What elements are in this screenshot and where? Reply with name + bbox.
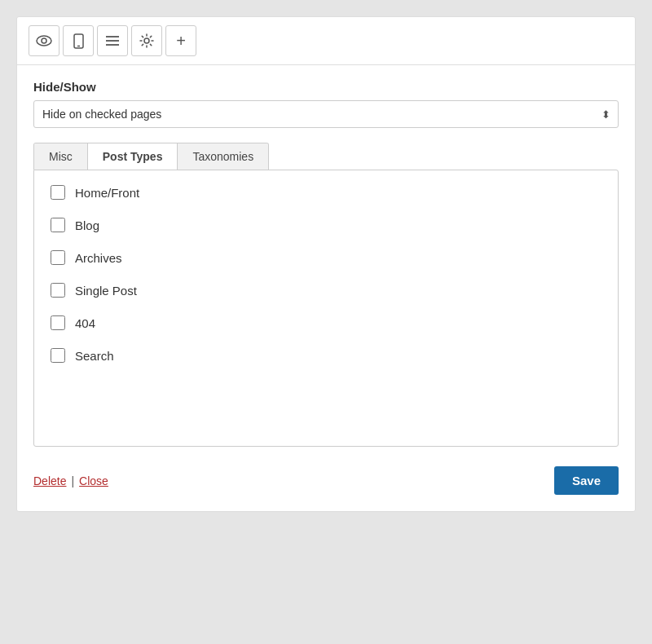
checkbox-item-archives: Archives bbox=[51, 250, 601, 265]
checkbox-label-single-post[interactable]: Single Post bbox=[75, 284, 137, 298]
checkbox-item-blog: Blog bbox=[51, 218, 601, 232]
mobile-icon bbox=[73, 33, 84, 49]
footer: Delete | Close Save bbox=[17, 455, 635, 495]
tab-panel: Home/Front Blog Archives Single Post 404… bbox=[33, 170, 619, 447]
list-button[interactable] bbox=[97, 25, 128, 56]
checkbox-label-blog[interactable]: Blog bbox=[75, 218, 99, 232]
checkbox-label-404[interactable]: 404 bbox=[75, 316, 95, 330]
checkbox-home-front[interactable] bbox=[51, 185, 65, 200]
svg-point-1 bbox=[42, 38, 46, 43]
checkbox-item-single-post: Single Post bbox=[51, 283, 601, 298]
svg-point-0 bbox=[37, 36, 51, 46]
gear-icon bbox=[139, 33, 154, 48]
checkbox-single-post[interactable] bbox=[51, 283, 65, 298]
plus-icon: + bbox=[176, 33, 186, 49]
widget-card: + Hide/Show Hide on checked pages Show o… bbox=[16, 16, 636, 512]
tab-bar: Misc Post Types Taxonomies bbox=[33, 143, 269, 170]
checkbox-404[interactable] bbox=[51, 315, 65, 330]
checkbox-item-home-front: Home/Front bbox=[51, 185, 601, 200]
checkbox-archives[interactable] bbox=[51, 250, 65, 265]
svg-point-7 bbox=[144, 38, 149, 43]
checkbox-label-search[interactable]: Search bbox=[75, 349, 114, 363]
checkbox-search[interactable] bbox=[51, 348, 65, 363]
checkbox-label-archives[interactable]: Archives bbox=[75, 251, 122, 265]
eye-icon bbox=[36, 35, 52, 46]
tab-taxonomies[interactable]: Taxonomies bbox=[178, 143, 268, 170]
mobile-button[interactable] bbox=[63, 25, 94, 56]
checkbox-item-404: 404 bbox=[51, 315, 601, 330]
hide-show-select-wrapper: Hide on checked pages Show on checked pa… bbox=[33, 100, 619, 128]
checkbox-blog[interactable] bbox=[51, 218, 65, 232]
list-icon bbox=[105, 35, 120, 46]
hide-show-select[interactable]: Hide on checked pages Show on checked pa… bbox=[33, 100, 619, 128]
footer-links: Delete | Close bbox=[33, 474, 108, 487]
separator: | bbox=[71, 474, 74, 487]
tab-post-types[interactable]: Post Types bbox=[88, 143, 178, 170]
delete-link[interactable]: Delete bbox=[33, 474, 66, 487]
plus-button[interactable]: + bbox=[165, 25, 196, 56]
save-button[interactable]: Save bbox=[554, 466, 619, 495]
hide-show-label: Hide/Show bbox=[33, 80, 619, 94]
checkbox-label-home-front[interactable]: Home/Front bbox=[75, 186, 139, 200]
tab-misc[interactable]: Misc bbox=[34, 143, 88, 170]
checkbox-item-search: Search bbox=[51, 348, 601, 363]
gear-button[interactable] bbox=[131, 25, 162, 56]
toolbar: + bbox=[17, 17, 635, 65]
content-area: Hide/Show Hide on checked pages Show on … bbox=[17, 65, 635, 455]
eye-button[interactable] bbox=[29, 25, 59, 56]
close-link[interactable]: Close bbox=[79, 474, 108, 487]
